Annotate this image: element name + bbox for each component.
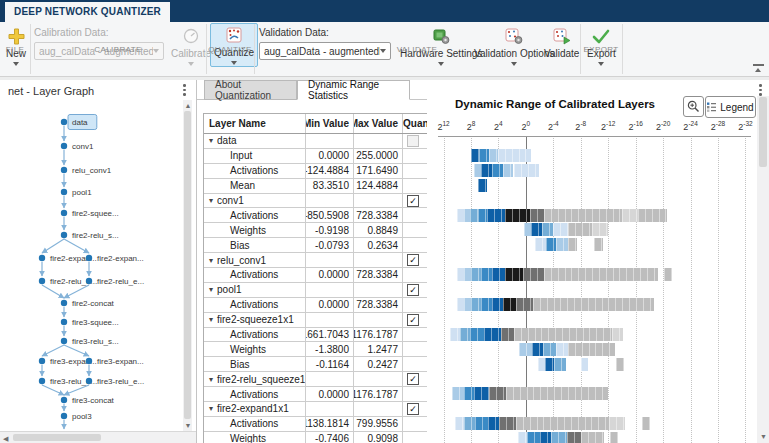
graph-node-pool1[interactable] (61, 189, 67, 195)
quantize-checkbox[interactable]: ✓ (407, 373, 419, 385)
column-header-max-value[interactable]: Max Value (354, 114, 403, 133)
legend-button[interactable]: Legend (705, 96, 756, 118)
hardware-settings-dropdown-arrow (438, 62, 444, 66)
histogram-segment-fire2-squeeze1x1-activations (612, 328, 622, 341)
scroll-left-icon[interactable]: ◀ (3, 435, 8, 442)
graph-node-conv1[interactable] (61, 143, 67, 149)
quantize-checkbox[interactable]: ✓ (407, 403, 419, 415)
histogram-segment-fire2-relu_squeeze1x1-activations (474, 387, 488, 400)
chart-vscrollbar[interactable]: ▼ (757, 96, 769, 443)
graph-node-pool3[interactable] (61, 413, 67, 419)
collapse-triangle-icon[interactable]: ▾ (209, 136, 213, 145)
table-row-fire2-relu_squeeze1x1[interactable]: ▾fire2-relu_squeeze1x1✓ (204, 372, 427, 387)
table-row-activations[interactable]: Activations0.00001176.1787 (204, 387, 427, 402)
table-row-mean[interactable]: Mean83.3510124.4884 (204, 179, 427, 194)
table-row-bias[interactable]: Bias-0.11640.2427 (204, 357, 427, 372)
export-check-icon (592, 26, 610, 46)
layer-graph-canvas[interactable]: dataconv1relu_conv1pool1fire2-squee...fi… (0, 100, 196, 443)
max-value-cell: 799.9556 (354, 417, 403, 431)
chart-scroll-down-icon[interactable]: ▼ (760, 433, 767, 440)
graph-node-fire3-squee-[interactable] (61, 319, 67, 325)
max-value-cell: 728.3384 (354, 298, 403, 312)
chart-panel-menu-icon[interactable] (759, 84, 762, 96)
new-plus-icon (8, 26, 25, 46)
collapse-triangle-icon[interactable]: ▾ (209, 375, 213, 384)
max-value-cell: 171.6490 (354, 164, 403, 178)
quantize-checkbox[interactable]: ✓ (407, 254, 419, 266)
quantize-checkbox[interactable]: ✓ (407, 284, 419, 296)
histogram-segment-fire2-expand1x1-weights (527, 432, 540, 443)
table-row-weights[interactable]: Weights-1.38001.2477 (204, 342, 427, 357)
stat-row-name: Mean (209, 180, 255, 191)
collapse-triangle-icon[interactable]: ▾ (209, 315, 213, 324)
axis-tick-label: 2-20 (656, 120, 670, 132)
column-header-layer-name[interactable]: Layer Name (204, 114, 306, 133)
layer-graph-menu-icon[interactable] (183, 84, 186, 96)
collapse-ribbon-icon[interactable] (753, 64, 764, 75)
scroll-down-icon[interactable]: ▼ (185, 422, 192, 429)
graph-node-data[interactable] (61, 119, 67, 125)
zoom-button[interactable] (683, 96, 704, 117)
graph-node-fire2-relu-e-[interactable] (86, 278, 92, 284)
max-value-cell: 0.2427 (354, 357, 403, 371)
table-row-activations[interactable]: Activations0.0000728.3384 (204, 298, 427, 313)
graph-node-fire2-squee-[interactable] (61, 210, 67, 216)
column-header-quan[interactable]: Quan (403, 114, 427, 133)
table-row-weights[interactable]: Weights-0.91980.8849 (204, 223, 427, 238)
graph-node-fire3-relu-s-[interactable] (61, 338, 67, 344)
table-row-weights[interactable]: Weights-0.74060.9098 (204, 432, 427, 443)
histogram-segment-fire2-squeeze1x1-activations (484, 328, 501, 341)
table-row-activations[interactable]: Activations-850.5908728.3384 (204, 208, 427, 223)
quantize-checkbox[interactable]: ✓ (407, 314, 419, 326)
table-row-fire2-squeeze1x1[interactable]: ▾fire2-squeeze1x1✓ (204, 313, 427, 328)
graph-node-fire3-expan-[interactable] (86, 358, 92, 364)
layer-graph-vscrollbar[interactable]: ▲ ▼ (183, 100, 192, 431)
collapse-triangle-icon[interactable]: ▾ (209, 256, 213, 265)
graph-node-fire3-relu-e-[interactable] (86, 378, 92, 384)
quantize-checkbox[interactable]: ✓ (407, 195, 419, 207)
column-header-min-value[interactable]: Min Value (306, 114, 354, 133)
table-row-activations[interactable]: Activations-124.4884171.6490 (204, 164, 427, 179)
collapse-triangle-icon[interactable]: ▾ (209, 196, 213, 205)
layer-group-name: pool1 (217, 284, 241, 295)
graph-node-fire3-expan-[interactable] (39, 358, 45, 364)
tab-dynamic-range-statistics[interactable]: Dynamic Range Statistics (297, 80, 410, 100)
quantize-cell (403, 268, 427, 282)
table-row-fire2-expand1x1[interactable]: ▾fire2-expand1x1✓ (204, 402, 427, 417)
table-row-conv1[interactable]: ▾conv1✓ (204, 194, 427, 209)
collapse-triangle-icon[interactable]: ▾ (209, 404, 213, 413)
stat-row-name: Activations (209, 418, 278, 429)
table-row-data[interactable]: ▾data (204, 134, 427, 149)
graph-node-fire3-relu-e-[interactable] (39, 378, 45, 384)
histogram-segment-relu_conv1-activations (471, 268, 481, 281)
collapse-triangle-icon[interactable]: ▾ (209, 285, 213, 294)
quantize-checkbox[interactable] (407, 135, 419, 147)
graph-node-fire2-expan-[interactable] (86, 255, 92, 261)
layer-group-name: relu_conv1 (217, 255, 266, 266)
table-row-activations[interactable]: Activations0.0000728.3384 (204, 268, 427, 283)
graph-node-fire2-concat[interactable] (61, 300, 67, 306)
stat-row-name: Weights (209, 433, 266, 443)
graph-node-fire3-concat[interactable] (61, 397, 67, 403)
scroll-up-icon[interactable]: ▲ (185, 102, 192, 109)
histogram-segment-conv1-bias (535, 238, 546, 251)
histogram-segment-pool1-activations (516, 298, 533, 311)
graph-node-relu-conv1[interactable] (61, 167, 67, 173)
graph-node-fire2-relu-s-[interactable] (61, 232, 67, 238)
layer-graph-hscrollbar[interactable]: ◀ (0, 431, 196, 443)
quantize-cell: ✓ (403, 194, 427, 208)
histogram-segment-data-activations (514, 164, 539, 177)
tab-about-quantization[interactable]: About Quantization (204, 80, 297, 100)
table-row-bias[interactable]: Bias-0.07930.2634 (204, 238, 427, 253)
magnifier-plus-icon (687, 100, 700, 113)
table-row-activations[interactable]: Activations-1138.1814799.9556 (204, 417, 427, 432)
table-row-pool1[interactable]: ▾pool1✓ (204, 283, 427, 298)
quantize-cell (403, 208, 427, 222)
max-value-cell: 1176.1787 (354, 328, 403, 342)
validate-button[interactable]: Validate (540, 24, 583, 61)
graph-node-fire2-relu-e-[interactable] (39, 278, 45, 284)
table-row-activations[interactable]: Activations-1661.70431176.1787 (204, 328, 427, 343)
table-row-relu_conv1[interactable]: ▾relu_conv1✓ (204, 253, 427, 268)
graph-node-fire2-expan-[interactable] (39, 255, 45, 261)
table-row-input[interactable]: Input0.0000255.0000 (204, 149, 427, 164)
